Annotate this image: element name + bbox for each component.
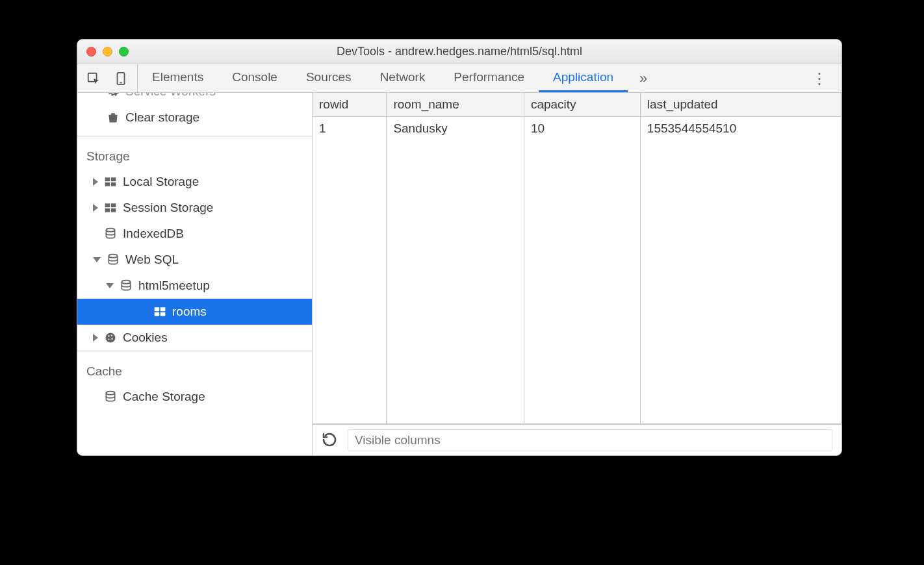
grid-icon <box>153 305 167 319</box>
cell-rowid[interactable]: 1 <box>313 117 387 423</box>
chevron-right-icon[interactable] <box>93 178 98 186</box>
svg-point-11 <box>106 229 114 232</box>
column-header-last_updated[interactable]: last_updated <box>640 93 841 117</box>
cell-last_updated[interactable]: 1553544554510 <box>640 117 841 423</box>
grid-icon <box>103 175 118 189</box>
svg-point-20 <box>111 335 112 336</box>
refresh-icon[interactable] <box>322 432 339 449</box>
chevron-right-icon[interactable] <box>93 204 98 212</box>
sidebar-item-web-sql[interactable]: Web SQL <box>77 247 312 273</box>
svg-point-23 <box>106 392 114 395</box>
chevron-right-icon[interactable] <box>93 334 98 342</box>
sidebar-item-label: html5meetup <box>138 279 210 293</box>
sidebar-item-local-storage[interactable]: Local Storage <box>77 169 312 195</box>
db-icon <box>103 390 118 404</box>
data-grid-footer <box>313 424 841 455</box>
sidebar-section-cache: Cache <box>77 351 312 384</box>
sidebar-item-label: Session Storage <box>123 201 213 215</box>
svg-rect-16 <box>155 312 160 316</box>
sidebar-item-clear-storage[interactable]: Clear storage <box>77 105 312 131</box>
caret-spacer <box>142 308 148 316</box>
svg-rect-17 <box>160 312 166 316</box>
caret-spacer <box>93 230 98 238</box>
panel-tabs: ElementsConsoleSourcesNetworkPerformance… <box>138 64 628 92</box>
sidebar-item-cookies[interactable]: Cookies <box>77 325 312 351</box>
svg-rect-9 <box>105 208 110 212</box>
sidebar-item-label: Web SQL <box>125 253 179 267</box>
caret-spacer <box>93 393 98 401</box>
svg-point-19 <box>108 335 109 336</box>
tab-application[interactable]: Application <box>539 64 628 92</box>
db-icon <box>103 227 118 241</box>
cell-capacity[interactable]: 10 <box>524 117 640 423</box>
sidebar-item-indexeddb[interactable]: IndexedDB <box>77 221 312 247</box>
db-icon <box>119 279 133 293</box>
chevron-down-icon[interactable] <box>93 257 101 262</box>
cookie-icon <box>103 331 118 345</box>
svg-rect-4 <box>111 177 116 181</box>
devtools-tabbar: ElementsConsoleSourcesNetworkPerformance… <box>77 64 841 93</box>
gear-icon <box>106 93 120 99</box>
inspect-element-icon[interactable] <box>86 71 101 86</box>
traffic-lights <box>77 47 129 56</box>
svg-rect-8 <box>111 203 116 207</box>
table-viewer: rowidroom_namecapacitylast_updated 1Sand… <box>313 93 841 455</box>
more-tabs-button[interactable]: » <box>628 70 659 87</box>
svg-rect-6 <box>111 182 116 186</box>
data-grid-header: rowidroom_namecapacitylast_updated <box>313 93 841 117</box>
device-toolbar-icon[interactable] <box>114 71 128 86</box>
sidebar-item-label: Local Storage <box>123 175 199 189</box>
sidebar-item-rooms[interactable]: rooms <box>77 299 312 325</box>
column-header-rowid[interactable]: rowid <box>313 93 387 117</box>
sidebar-item-cache-storage[interactable]: Cache Storage <box>77 384 312 410</box>
window-title: DevTools - andrew.hedges.name/html5/sql.… <box>77 45 841 58</box>
panel-body: Service WorkersClear storage Storage Loc… <box>77 93 841 455</box>
sidebar-item-label: Cookies <box>123 331 168 345</box>
svg-rect-15 <box>160 307 166 311</box>
svg-point-12 <box>109 255 117 258</box>
tab-console[interactable]: Console <box>218 64 292 92</box>
titlebar: DevTools - andrew.hedges.name/html5/sql.… <box>77 40 841 64</box>
db-icon <box>106 253 120 267</box>
column-header-capacity[interactable]: capacity <box>524 93 640 117</box>
svg-rect-10 <box>111 208 116 212</box>
zoom-window-button[interactable] <box>119 47 129 56</box>
sidebar-item-label: Service Workers <box>125 93 216 99</box>
sidebar-item-label: rooms <box>172 305 207 319</box>
tab-sources[interactable]: Sources <box>292 64 366 92</box>
grid-icon <box>103 201 118 215</box>
data-grid: rowidroom_namecapacitylast_updated 1Sand… <box>313 93 841 424</box>
visible-columns-input[interactable] <box>348 429 832 451</box>
application-sidebar: Service WorkersClear storage Storage Loc… <box>77 93 313 455</box>
tab-elements[interactable]: Elements <box>138 64 218 92</box>
tab-network[interactable]: Network <box>366 64 440 92</box>
table-row[interactable]: 1Sandusky101553544554510 <box>313 117 841 423</box>
svg-point-21 <box>111 338 112 340</box>
sidebar-section-storage: Storage <box>77 136 312 169</box>
svg-rect-7 <box>105 203 110 207</box>
svg-point-22 <box>109 339 110 340</box>
svg-point-18 <box>106 333 116 343</box>
svg-rect-14 <box>155 307 160 311</box>
sidebar-item-service-workers[interactable]: Service Workers <box>77 93 312 105</box>
kebab-menu-icon[interactable]: ⋮ <box>797 69 841 88</box>
tabbar-leading-tools <box>77 64 138 92</box>
sidebar-item-label: IndexedDB <box>123 227 184 241</box>
sidebar-item-html5meetup[interactable]: html5meetup <box>77 273 312 299</box>
svg-rect-3 <box>105 177 110 181</box>
data-grid-body[interactable]: 1Sandusky101553544554510 <box>313 117 841 424</box>
cell-room_name[interactable]: Sandusky <box>387 117 524 423</box>
svg-point-13 <box>122 281 130 284</box>
tab-performance[interactable]: Performance <box>439 64 539 92</box>
column-header-room_name[interactable]: room_name <box>387 93 524 117</box>
sidebar-item-label: Clear storage <box>125 110 199 125</box>
devtools-window: DevTools - andrew.hedges.name/html5/sql.… <box>77 39 842 456</box>
minimize-window-button[interactable] <box>103 47 112 56</box>
trash-icon <box>106 110 120 125</box>
sidebar-item-session-storage[interactable]: Session Storage <box>77 195 312 221</box>
close-window-button[interactable] <box>86 47 96 56</box>
sidebar-item-label: Cache Storage <box>123 390 205 404</box>
chevron-down-icon[interactable] <box>106 283 114 288</box>
svg-rect-5 <box>105 182 110 186</box>
